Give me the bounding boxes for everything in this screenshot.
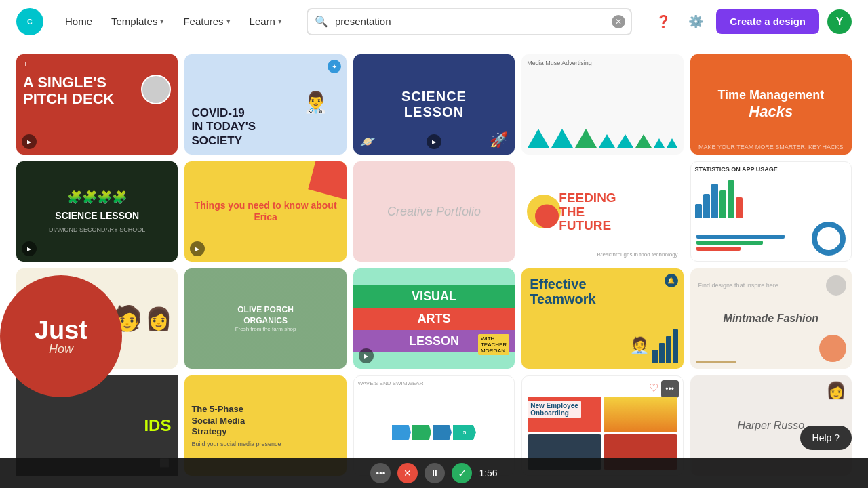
card-time-management[interactable]: Time ManagementHacks MAKE YOUR TEAM MORE…	[690, 54, 852, 155]
nav-templates[interactable]: Templates ▾	[103, 10, 172, 33]
effective-teamwork-title: EffectiveTeamwork	[530, 277, 595, 306]
card-science-2[interactable]: 🧩🧩🧩🧩 SCIENCE LESSON DIAMOND SECONDARY SC…	[16, 161, 178, 262]
nav-learn[interactable]: Learn ▾	[241, 10, 290, 33]
search-input[interactable]	[307, 8, 632, 35]
recording-timer: 1:56	[479, 468, 497, 479]
card-feeding-future[interactable]: FEEDINGTHEFUTURE Breakthroughs in food t…	[521, 161, 683, 262]
science-1-title: SCIENCELESSON	[401, 89, 467, 120]
ids-text-card: IDS	[144, 416, 171, 435]
svg-text:C: C	[27, 17, 33, 25]
media-muse-title: Media Muse Advertising	[527, 60, 592, 66]
stats-title: STATISTICS ON APP USAGE	[695, 166, 847, 173]
settings-icon-btn[interactable]: ⚙️	[684, 9, 708, 34]
mintmade-fashion-title: Mintmade Fashion	[724, 312, 818, 325]
card-visual-arts[interactable]: VISUAL ARTS LESSON WITHTEACHERMORGAN ▶	[353, 268, 515, 369]
nav-templates-label: Templates	[111, 16, 157, 27]
card-creative-portfolio[interactable]: Creative Portfolio	[353, 161, 515, 262]
recording-pause-btn[interactable]: ⏸	[425, 463, 445, 483]
play-icon[interactable]: ▶	[22, 241, 37, 256]
search-icon: 🔍	[315, 15, 328, 28]
recording-cancel-btn[interactable]: ✕	[397, 463, 418, 483]
card-media-muse[interactable]: Media Muse Advertising	[521, 54, 683, 155]
create-design-btn[interactable]: Create a design	[716, 9, 819, 34]
science-2-title: SCIENCE LESSON	[55, 210, 139, 221]
visual-arts-arts: ARTS	[353, 308, 515, 330]
help-button[interactable]: Help ?	[800, 426, 852, 450]
card-mintmade-fashion[interactable]: Find designs that inspire here Mintmade …	[690, 268, 852, 369]
chevron-down-icon: ▾	[160, 17, 164, 26]
nav-features[interactable]: Features ▾	[175, 10, 238, 33]
play-icon[interactable]: ▶	[22, 134, 37, 149]
recording-confirm-btn[interactable]: ✓	[452, 463, 472, 483]
nav-home-label: Home	[65, 16, 92, 27]
nav-learn-label: Learn	[250, 16, 275, 27]
main-nav: Home Templates ▾ Features ▾ Learn ▾	[57, 10, 290, 33]
card-covid[interactable]: ✦ 👨‍⚕️ COVID-19IN TODAY'SSOCIETY	[184, 54, 346, 155]
how-text: How	[49, 343, 73, 355]
time-mgmt-title: Time ManagementHacks	[717, 88, 824, 121]
heart-icon[interactable]: ♡	[649, 382, 658, 394]
avatar[interactable]: Y	[827, 9, 852, 34]
play-icon[interactable]: ▶	[359, 348, 374, 363]
search-clear-btn[interactable]: ✕	[612, 15, 625, 28]
card-pitch-deck[interactable]: + A SINGLE'SPITCH DECK ▶	[16, 54, 178, 155]
swimwear-title: WAVE'S END SWIMWEAR	[358, 380, 510, 386]
play-icon[interactable]: ▶	[427, 134, 441, 149]
creative-portfolio-title: Creative Portfolio	[387, 205, 481, 219]
card-things-erica[interactable]: Things you need to know about Erica ▶	[184, 161, 346, 262]
chevron-down-icon: ▾	[278, 17, 282, 26]
header-actions: ❓ ⚙️ Create a design Y	[651, 9, 852, 34]
recording-dots-btn[interactable]: •••	[370, 463, 391, 483]
card-olive-porch[interactable]: OLIVE PORCHORGANICS Fresh from the farm …	[184, 268, 346, 369]
things-erica-title: Things you need to know about Erica	[191, 200, 339, 223]
card-grid: + A SINGLE'SPITCH DECK ▶ ✦ 👨‍⚕️ COVID-19…	[0, 43, 868, 488]
card-effective-teamwork[interactable]: 🔔 EffectiveTeamwork 🧑‍💼	[521, 268, 683, 369]
search-bar: 🔍 ✕	[307, 8, 632, 35]
visual-arts-visual: VISUAL	[353, 285, 515, 308]
harper-russo-title: Harper Russo	[737, 420, 804, 432]
feeding-future-title: FEEDINGTHEFUTURE	[559, 191, 616, 234]
just-text: Just	[35, 317, 87, 343]
just-ids-circle: Just How	[0, 275, 122, 397]
card-stats-app[interactable]: STATISTICS ON APP USAGE	[690, 161, 852, 262]
nav-home[interactable]: Home	[57, 10, 100, 33]
card-science-1[interactable]: SCIENCELESSON 🚀 🪐 ▶	[353, 54, 515, 155]
social-media-title: The 5-PhaseSocial MediaStrategy	[191, 404, 339, 439]
onboarding-title: New EmployeeOnboarding	[528, 401, 581, 418]
covid-title: COVID-19IN TODAY'SSOCIETY	[191, 106, 292, 148]
nav-features-label: Features	[183, 16, 223, 27]
header: C Home Templates ▾ Features ▾ Learn ▾ 🔍 …	[0, 0, 868, 43]
more-options-icon[interactable]: •••	[661, 380, 679, 398]
help-icon-btn[interactable]: ❓	[651, 9, 675, 34]
chevron-down-icon: ▾	[226, 17, 231, 26]
recording-bar: ••• ✕ ⏸ ✓ 1:56	[0, 458, 868, 488]
logo[interactable]: C	[16, 8, 43, 35]
help-btn-label: Help ?	[812, 432, 840, 443]
olive-porch-title: OLIVE PORCHORGANICS	[237, 305, 294, 326]
